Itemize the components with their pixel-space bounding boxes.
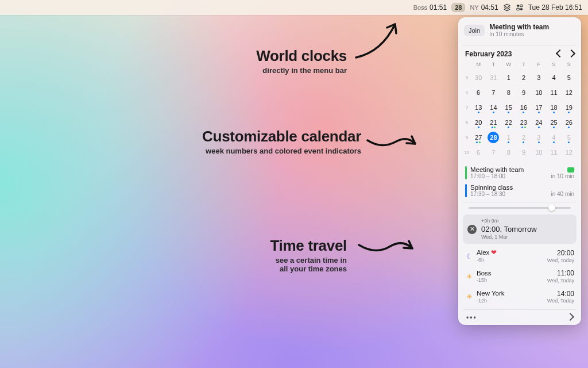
next-event-title: Meeting with team [489, 23, 549, 31]
tray-icon[interactable] [503, 3, 511, 12]
calendar-day[interactable]: 10 [531, 145, 546, 159]
calendar-next-month[interactable] [568, 50, 574, 58]
calendar-day[interactable]: 3 [531, 131, 546, 144]
more-menu-button[interactable]: ••• [466, 313, 477, 321]
calendar-day[interactable]: 21 [486, 116, 501, 129]
calendar-day[interactable]: 16 [516, 101, 531, 114]
calendar-day[interactable]: 4 [546, 131, 561, 144]
calendar-dow: T [486, 62, 501, 70]
svg-rect-0 [516, 5, 519, 7]
promo-subtitle: directly in the menu bar [256, 66, 347, 75]
calendar-day[interactable]: 8 [501, 145, 516, 159]
system-clock[interactable]: Tue 28 Feb 16:51 [528, 3, 582, 12]
calendar-day[interactable]: 31 [486, 71, 501, 85]
calendar-month-title: February 2023 [465, 50, 512, 58]
calendar-day[interactable]: 15 [501, 101, 516, 114]
timezone-offset: -6h [477, 257, 497, 263]
world-clock-ny[interactable]: NY 04:51 [470, 3, 498, 12]
calendar-day[interactable]: 9 [516, 86, 531, 99]
promo-world-clocks: World clocks directly in the menu bar [256, 47, 347, 75]
join-button[interactable]: Join [464, 25, 485, 36]
calendar-day[interactable]: 5 [562, 131, 577, 144]
calendar-day[interactable]: 20 [471, 116, 486, 129]
promo-title: World clocks [256, 47, 347, 65]
world-clock-boss[interactable]: Boss 01:51 [413, 3, 447, 12]
sun-icon: ☀ [465, 273, 473, 281]
timezone-day: Wed, Today [547, 278, 574, 284]
calendar-day[interactable]: 14 [486, 101, 501, 114]
timezone-name: Boss [477, 270, 492, 278]
event-color-bar [465, 166, 467, 179]
time-travel-offset: +9h 9m [481, 218, 537, 224]
timezone-name: Alex ❤ [477, 249, 497, 257]
time-travel-reset-button[interactable]: ✕ [467, 225, 477, 234]
event-row[interactable]: Spinning class 17:30 – 18:30in 40 min [463, 182, 577, 200]
calendar-day[interactable]: 30 [471, 71, 486, 85]
timezone-list: ☾ Alex ❤ -6h 20:00 Wed, Today ☀ Boss -15… [463, 246, 577, 307]
calendar-day[interactable]: 1 [501, 71, 516, 85]
calendar-day[interactable]: 1 [501, 131, 516, 144]
arrow-icon [365, 133, 422, 159]
world-clock-label: NY [470, 4, 478, 11]
calendar-dow: M [471, 62, 486, 70]
calendar-day[interactable]: 17 [531, 101, 546, 114]
calendar-day[interactable]: 24 [531, 116, 546, 129]
calendar-day[interactable]: 5 [562, 71, 577, 85]
moon-icon: ☾ [465, 252, 473, 260]
slider-thumb[interactable] [548, 204, 555, 211]
timezone-row[interactable]: ☀ Boss -15h 11:00 Wed, Today [463, 266, 577, 286]
timezone-row[interactable]: ☾ Alex ❤ -6h 20:00 Wed, Today [463, 246, 577, 266]
calendar-grid: MTWTFSS530311234566789101112713141516171… [463, 62, 577, 159]
timezone-name: New York [477, 290, 505, 298]
calendar-day[interactable]: 9 [516, 145, 531, 159]
time-travel-time: 02:00, Tomorrow [481, 225, 537, 234]
promo-title: Time travel [270, 237, 347, 255]
event-title: Meeting with team [470, 166, 524, 173]
sun-icon: ☀ [465, 293, 473, 301]
calendar-day[interactable]: 26 [562, 116, 577, 129]
panel-next-button[interactable] [567, 313, 573, 321]
calendar-day[interactable]: 12 [562, 86, 577, 99]
calendar-week-number: 8 [463, 116, 471, 129]
calendar-day[interactable]: 10 [531, 86, 546, 99]
timezone-time: 14:00 [547, 290, 574, 298]
calendar-day[interactable]: 7 [486, 86, 501, 99]
calendar-day[interactable]: 13 [471, 101, 486, 114]
calendar-day[interactable]: 3 [531, 71, 546, 85]
event-row[interactable]: Meeting with team 17:00 – 18:00in 10 min [463, 164, 577, 182]
world-clock-time: 01:51 [430, 3, 447, 12]
calendar-day[interactable]: 2 [516, 71, 531, 85]
calendar-day[interactable]: 2 [516, 131, 531, 144]
calendar-day[interactable]: 22 [501, 116, 516, 129]
calendar-day[interactable]: 8 [501, 86, 516, 99]
calendar-day[interactable]: 12 [562, 145, 577, 159]
calendar-day[interactable]: 18 [546, 101, 561, 114]
calendar-week-number: 10 [463, 145, 471, 159]
calendar-day[interactable]: 7 [486, 145, 501, 159]
calendar-week-number: 5 [463, 71, 471, 85]
calendar-day[interactable]: 6 [471, 145, 486, 159]
calendar-dow: S [546, 62, 561, 70]
time-travel-slider[interactable] [469, 207, 571, 209]
calendar-day[interactable]: 4 [546, 71, 561, 85]
calendar-day[interactable]: 11 [546, 145, 561, 159]
svg-rect-3 [520, 8, 523, 10]
timezone-time: 11:00 [547, 269, 574, 277]
timezone-row[interactable]: ☀ New York -12h 14:00 Wed, Today [463, 287, 577, 307]
video-call-icon [567, 167, 574, 172]
calendar-day[interactable]: 11 [546, 86, 561, 99]
calendar-prev-month[interactable] [557, 50, 563, 58]
menubar-date-pill[interactable]: 28 [451, 3, 465, 12]
calendar-day[interactable]: 6 [471, 86, 486, 99]
calendar-day[interactable]: 28 [486, 131, 501, 144]
time-travel-date: Wed, 1 Mar [481, 234, 537, 240]
menu-bar: Boss 01:51 28 NY 04:51 Tue 28 Feb 16:51 [0, 0, 588, 15]
calendar-day[interactable]: 19 [562, 101, 577, 114]
calendar-day[interactable]: 27 [471, 131, 486, 144]
calendar-day[interactable]: 25 [546, 116, 561, 129]
calendar-day[interactable]: 23 [516, 116, 531, 129]
calendar-dow: T [516, 62, 531, 70]
event-relative: in 40 min [551, 191, 574, 197]
control-center-icon[interactable] [516, 3, 524, 12]
time-travel-card: ✕ +9h 9m 02:00, Tomorrow Wed, 1 Mar [463, 214, 577, 244]
